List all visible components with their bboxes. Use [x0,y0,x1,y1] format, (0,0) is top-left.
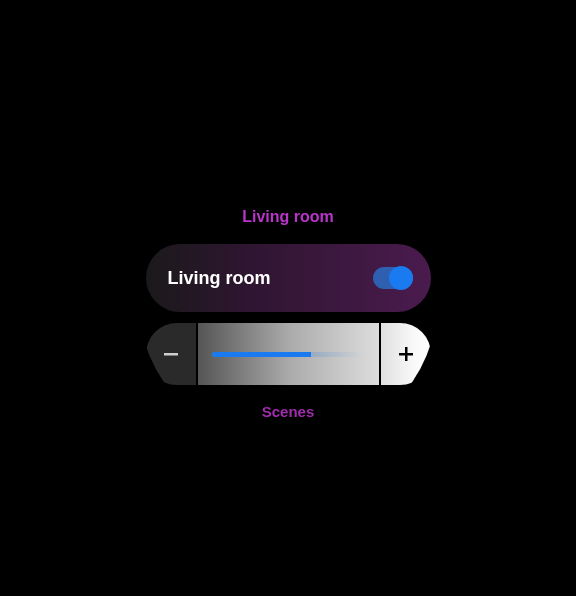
room-toggle[interactable] [373,267,413,289]
plus-icon [396,344,416,364]
minus-icon [161,344,181,364]
svg-rect-2 [405,347,408,361]
svg-rect-0 [164,353,178,356]
decrease-button[interactable] [146,323,196,385]
room-card[interactable]: Living room [146,244,431,312]
slider-fill [212,352,365,357]
scenes-heading: Scenes [262,403,315,420]
page-title: Living room [242,208,334,226]
toggle-knob [389,266,413,290]
brightness-slider[interactable] [196,323,381,385]
room-card-label: Living room [168,268,271,289]
watch-face: Living room Living room Scenes [138,148,438,448]
increase-button[interactable] [381,323,431,385]
brightness-stepper [146,323,431,385]
